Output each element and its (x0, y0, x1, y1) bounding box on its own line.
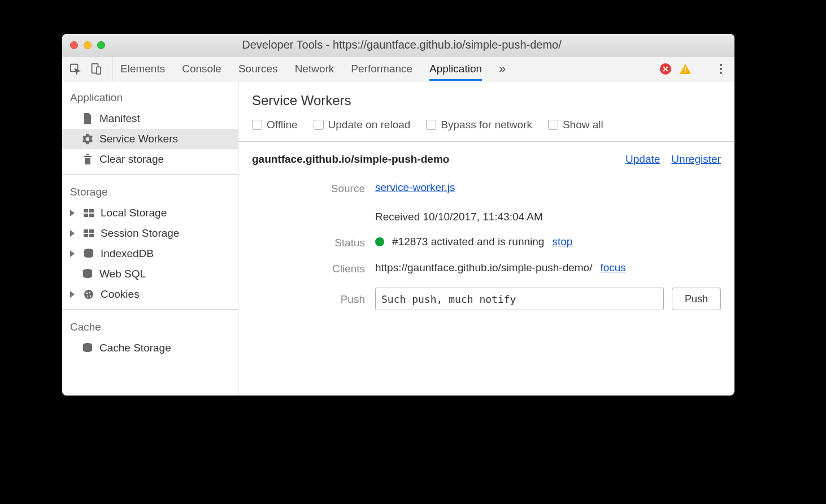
unregister-link[interactable]: Unregister (671, 153, 721, 166)
sw-options-row: Offline Update on reload Bypass for netw… (252, 119, 721, 131)
sidebar-item-label: Cache Storage (99, 342, 171, 354)
device-toolbar-icon[interactable] (89, 63, 102, 75)
sidebar-section-cache: Cache (62, 314, 238, 338)
document-icon (81, 113, 94, 124)
stop-link[interactable]: stop (552, 236, 572, 248)
sidebar-item-label: Local Storage (101, 207, 167, 219)
sidebar-item-service-workers[interactable]: Service Workers (62, 129, 238, 149)
svg-rect-12 (89, 234, 94, 237)
svg-rect-5 (84, 209, 88, 212)
svg-point-18 (90, 296, 92, 297)
database-icon (81, 269, 94, 279)
titlebar: Developer Tools - https://gauntface.gith… (62, 34, 734, 57)
window-maximize-button[interactable] (97, 41, 105, 49)
tab-elements[interactable]: Elements (120, 57, 165, 81)
svg-rect-10 (89, 229, 94, 233)
svg-rect-3 (685, 67, 686, 70)
tab-performance[interactable]: Performance (351, 57, 412, 81)
sw-details: Source service-worker.js Received 10/10/… (252, 181, 721, 310)
offline-checkbox[interactable]: Offline (252, 119, 298, 131)
traffic-lights (70, 41, 105, 49)
tab-sources[interactable]: Sources (238, 57, 278, 81)
show-all-checkbox[interactable]: Show all (548, 119, 603, 131)
svg-rect-9 (84, 229, 88, 233)
svg-rect-4 (685, 71, 686, 72)
tab-console[interactable]: Console (182, 57, 221, 81)
update-on-reload-checkbox[interactable]: Update on reload (314, 119, 411, 131)
cookie-icon (82, 289, 95, 299)
sidebar-item-manifest[interactable]: Manifest (62, 108, 238, 129)
svg-rect-8 (89, 214, 94, 217)
tab-application[interactable]: Application (429, 57, 482, 81)
table-icon (82, 209, 95, 217)
svg-rect-2 (97, 67, 101, 74)
checkbox-icon (314, 120, 324, 130)
sidebar-item-label: Cookies (101, 288, 140, 301)
checkbox-icon (426, 120, 436, 130)
sidebar-item-local-storage[interactable]: Local Storage (62, 203, 238, 223)
sidebar-item-web-sql[interactable]: Web SQL (62, 264, 238, 284)
database-icon (81, 343, 94, 353)
clients-label: Clients (252, 262, 365, 275)
disclosure-triangle-icon[interactable] (70, 250, 77, 257)
checkbox-icon (548, 120, 558, 130)
trash-icon (81, 154, 94, 165)
divider (62, 309, 238, 310)
database-icon (82, 249, 95, 259)
sidebar-item-label: Service Workers (99, 133, 178, 145)
sidebar-item-session-storage[interactable]: Session Storage (62, 223, 238, 244)
sidebar-item-label: Clear storage (99, 153, 164, 166)
panel-tabs: Elements Console Sources Network Perform… (112, 57, 653, 81)
more-menu-icon[interactable] (714, 62, 728, 76)
update-link[interactable]: Update (625, 153, 660, 166)
svg-rect-7 (84, 214, 88, 217)
window-minimize-button[interactable] (84, 41, 92, 49)
source-link[interactable]: service-worker.js (375, 181, 455, 194)
disclosure-triangle-icon[interactable] (70, 230, 77, 237)
status-indicator-icon (375, 237, 384, 246)
focus-link[interactable]: focus (600, 262, 625, 274)
push-input[interactable] (375, 288, 664, 310)
sidebar-item-clear-storage[interactable]: Clear storage (62, 149, 238, 170)
content-panel: Service Workers Offline Update on reload… (238, 81, 734, 396)
body: Application Manifest Service Workers Cle… (62, 81, 734, 396)
svg-point-17 (89, 292, 90, 293)
tabstrip: Elements Console Sources Network Perform… (62, 57, 734, 81)
disclosure-triangle-icon[interactable] (70, 210, 77, 216)
sidebar: Application Manifest Service Workers Cle… (62, 81, 238, 396)
divider (62, 174, 238, 175)
element-inspector-icon[interactable] (69, 63, 81, 75)
push-label: Push (252, 288, 365, 306)
page-title: Service Workers (252, 93, 721, 108)
received-text: Received 10/10/2017, 11:43:04 AM (375, 211, 543, 223)
checkbox-icon (252, 120, 262, 130)
sidebar-item-label: Manifest (99, 112, 140, 125)
sidebar-item-cookies[interactable]: Cookies (62, 284, 238, 305)
gear-icon (81, 133, 94, 145)
error-badge-icon[interactable]: ✕ (660, 63, 671, 75)
sidebar-item-label: Web SQL (99, 268, 146, 280)
sidebar-item-indexeddb[interactable]: IndexedDB (62, 244, 238, 264)
disclosure-triangle-icon[interactable] (70, 291, 77, 298)
svg-rect-6 (89, 209, 94, 212)
sidebar-item-label: IndexedDB (101, 247, 154, 260)
table-icon (82, 229, 95, 237)
warning-badge-icon[interactable] (679, 63, 692, 75)
tabs-overflow-icon[interactable]: » (499, 62, 504, 76)
devtools-window: Developer Tools - https://gauntface.gith… (62, 34, 734, 396)
divider (238, 141, 734, 142)
bypass-for-network-checkbox[interactable]: Bypass for network (426, 119, 532, 131)
sw-scope-row: gauntface.github.io/simple-push-demo Upd… (252, 153, 721, 166)
status-text: #12873 activated and is running (392, 236, 544, 248)
svg-point-15 (84, 290, 93, 299)
window-close-button[interactable] (70, 41, 78, 49)
push-button[interactable]: Push (672, 288, 721, 310)
sidebar-item-label: Session Storage (101, 227, 179, 240)
tab-network[interactable]: Network (295, 57, 334, 81)
client-url: https://gauntface.github.io/simple-push-… (375, 262, 592, 274)
sidebar-item-cache-storage[interactable]: Cache Storage (62, 338, 238, 358)
sidebar-section-storage: Storage (62, 179, 238, 203)
sw-scope: gauntface.github.io/simple-push-demo (252, 153, 625, 166)
status-label: Status (252, 236, 365, 249)
sidebar-section-application: Application (62, 85, 238, 108)
